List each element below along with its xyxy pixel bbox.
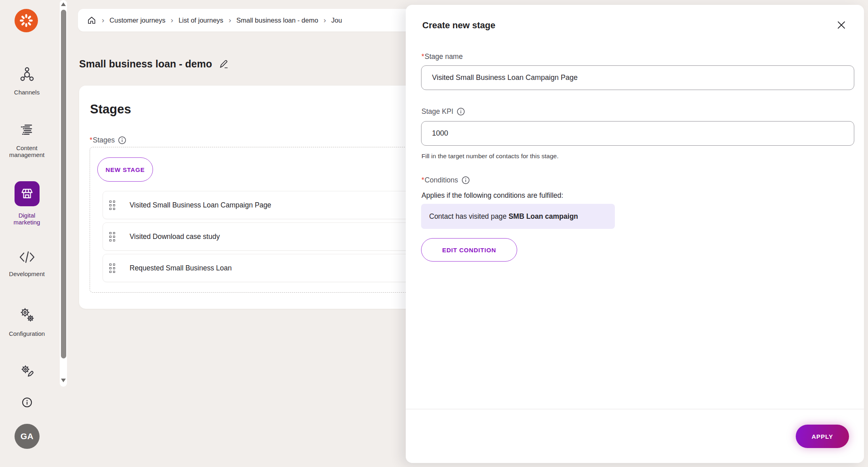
kpi-info-icon[interactable] — [457, 107, 465, 116]
sidebar-item-digital-marketing[interactable]: Digital marketing — [0, 181, 54, 226]
kentico-spark-icon — [19, 13, 34, 28]
storefront-icon — [15, 181, 40, 206]
required-asterisk: * — [421, 52, 424, 61]
user-avatar[interactable]: GA — [15, 424, 40, 449]
sidebar-item-development[interactable]: Development — [0, 249, 54, 277]
required-asterisk: * — [421, 176, 424, 184]
sidebar-item-configuration[interactable]: Configuration — [0, 306, 54, 337]
required-asterisk: * — [90, 136, 92, 144]
breadcrumb-separator: › — [171, 16, 173, 24]
app-logo[interactable] — [15, 9, 38, 32]
breadcrumb-item-list-of-journeys[interactable]: List of journeys — [178, 17, 223, 24]
new-stage-button[interactable]: NEW STAGE — [97, 157, 153, 182]
vertical-scrollbar[interactable] — [60, 0, 67, 387]
condition-text: Contact has visited page — [429, 212, 507, 221]
stage-name: Visited Download case study — [130, 232, 220, 241]
code-icon — [18, 249, 36, 265]
content-list-icon — [19, 122, 36, 139]
close-icon[interactable] — [836, 19, 847, 31]
breadcrumb-item-journey[interactable]: Small business loan - demo — [236, 17, 318, 24]
condition-value: SMB Loan campaign — [509, 212, 578, 221]
panel-title: Create new stage — [422, 20, 495, 31]
stage-kpi-input[interactable] — [421, 121, 854, 146]
sidebar-item-label: Development — [9, 270, 44, 277]
sidebar-item-customize[interactable] — [0, 362, 54, 379]
page-title-row: Small business loan - demo — [79, 58, 229, 70]
channels-icon — [19, 66, 36, 83]
scrollbar-thumb[interactable] — [61, 10, 66, 358]
sidebar: Channels Content management Dig — [0, 0, 54, 467]
drag-handle-icon[interactable] — [109, 232, 115, 241]
sidebar-item-label: Channels — [14, 89, 40, 96]
page-title: Small business loan - demo — [79, 58, 212, 70]
drag-handle-icon[interactable] — [109, 201, 115, 210]
stage-name: Visited Small Business Loan Campaign Pag… — [130, 201, 271, 209]
home-icon[interactable] — [87, 15, 96, 25]
stage-kpi-label: Stage KPI — [421, 107, 465, 116]
edit-title-icon[interactable] — [218, 59, 229, 69]
sidebar-item-label: Configuration — [9, 330, 45, 337]
breadcrumb-item-current[interactable]: Jou — [331, 17, 342, 24]
scroll-down-arrow[interactable] — [61, 379, 66, 382]
stage-name-label: *Stage name — [421, 52, 463, 61]
help-info-icon[interactable] — [21, 397, 33, 408]
conditions-label: *Conditions — [421, 176, 470, 184]
drag-handle-icon[interactable] — [109, 264, 115, 273]
breadcrumb-separator: › — [102, 16, 104, 24]
breadcrumb-item-customer-journeys[interactable]: Customer journeys — [109, 17, 165, 24]
conditions-info-icon[interactable] — [461, 176, 470, 184]
panel-footer-divider — [406, 409, 864, 409]
edit-condition-button[interactable]: EDIT CONDITION — [421, 238, 517, 262]
stage-name-input[interactable] — [421, 65, 854, 90]
breadcrumb-separator: › — [229, 16, 231, 24]
scroll-up-arrow[interactable] — [61, 2, 66, 6]
gears-icon — [18, 306, 36, 325]
stage-name: Requested Small Business Loan — [130, 264, 232, 272]
apply-button[interactable]: APPLY — [796, 425, 849, 448]
kpi-helper-text: Fill in the target number of contacts fo… — [421, 153, 558, 160]
conditions-intro: Applies if the following conditions are … — [421, 191, 563, 200]
stages-section-title: Stages — [90, 102, 131, 117]
stages-field-label: *Stages — [90, 136, 126, 144]
create-stage-panel: Create new stage *Stage name Stage KPI F… — [406, 5, 864, 463]
sidebar-item-label: Digital marketing — [10, 212, 44, 226]
sidebar-item-channels[interactable]: Channels — [0, 66, 54, 96]
sidebar-item-label: Content management — [5, 144, 49, 159]
breadcrumb-separator: › — [323, 16, 326, 24]
gear-pencil-icon — [19, 362, 36, 379]
sidebar-item-content-management[interactable]: Content management — [0, 122, 54, 159]
condition-chip: Contact has visited page SMB Loan campai… — [421, 204, 615, 229]
stages-info-icon[interactable] — [118, 136, 126, 144]
